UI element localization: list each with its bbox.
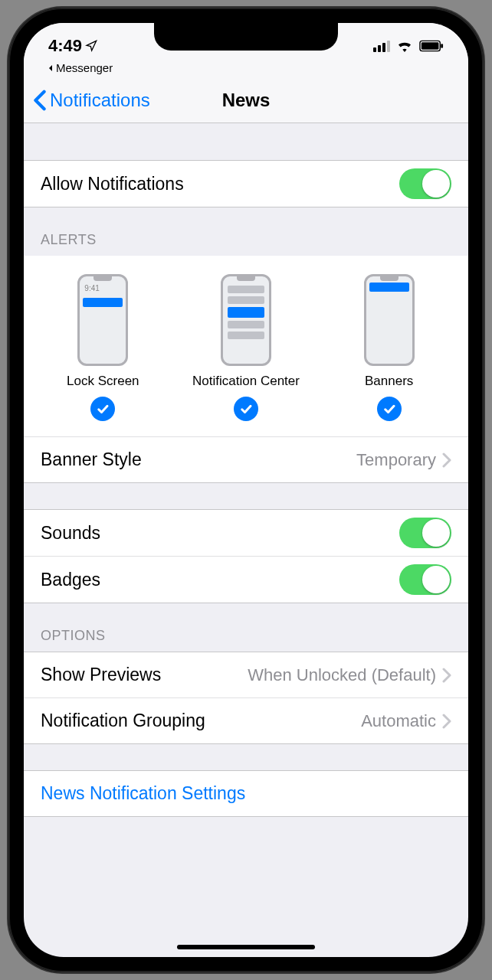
show-previews-value: When Unlocked (Default) <box>161 665 442 685</box>
show-previews-row[interactable]: Show Previews When Unlocked (Default) <box>24 652 468 697</box>
banner-preview-icon <box>364 274 415 366</box>
alerts-group: 9:41 Lock Screen Notification Center <box>24 256 468 483</box>
allow-notifications-toggle[interactable] <box>399 168 451 199</box>
notification-center-preview-icon <box>221 274 271 366</box>
back-button[interactable]: Notifications <box>33 90 150 111</box>
banners-label: Banners <box>365 374 413 389</box>
options-group: Show Previews When Unlocked (Default) No… <box>24 652 468 744</box>
svg-rect-1 <box>421 42 439 49</box>
sounds-row: Sounds <box>24 509 468 556</box>
allow-label: Allow Notifications <box>41 174 184 194</box>
device-notch <box>154 23 338 51</box>
alerts-header: Alerts <box>24 207 468 256</box>
sounds-badges-group: Sounds Badges <box>24 509 468 603</box>
location-icon <box>85 40 97 52</box>
chevron-left-icon <box>33 90 47 111</box>
back-label: Notifications <box>50 90 150 111</box>
banner-style-label: Banner Style <box>41 449 142 470</box>
notification-grouping-row[interactable]: Notification Grouping Automatic <box>24 697 468 743</box>
allow-group: Allow Notifications <box>24 160 468 207</box>
grouping-label: Notification Grouping <box>41 710 205 731</box>
alert-option-notification-center[interactable]: Notification Center <box>175 274 318 421</box>
battery-icon <box>419 40 444 52</box>
banners-check-icon <box>377 397 402 421</box>
badges-label: Badges <box>41 570 100 590</box>
clock-text: 4:49 <box>48 36 82 56</box>
chevron-right-icon <box>442 452 451 468</box>
lock-screen-label: Lock Screen <box>67 374 139 389</box>
lock-preview-time: 9:41 <box>84 284 99 292</box>
footer-link-label: News Notification Settings <box>41 783 245 804</box>
lock-screen-preview-icon: 9:41 <box>77 274 128 366</box>
status-time: 4:49 <box>48 36 97 56</box>
home-indicator[interactable] <box>177 945 315 949</box>
screen: 4:49 Messenger Notifications News <box>24 23 468 957</box>
lock-screen-check-icon <box>90 397 115 421</box>
svg-rect-2 <box>441 44 443 48</box>
badges-row: Badges <box>24 556 468 603</box>
badges-toggle[interactable] <box>399 564 451 595</box>
notification-center-label: Notification Center <box>192 374 300 389</box>
alerts-preview-row: 9:41 Lock Screen Notification Center <box>24 256 468 436</box>
sounds-toggle[interactable] <box>399 518 451 548</box>
wifi-icon <box>396 40 413 52</box>
chevron-right-icon <box>442 668 451 683</box>
breadcrumb-app-name: Messenger <box>56 61 113 74</box>
allow-notifications-row: Allow Notifications <box>24 160 468 207</box>
chevron-right-icon <box>442 714 451 729</box>
phone-frame: 4:49 Messenger Notifications News <box>8 8 484 972</box>
status-icons <box>373 40 444 52</box>
sounds-label: Sounds <box>41 523 100 544</box>
cellular-icon <box>373 41 390 52</box>
banner-style-row[interactable]: Banner Style Temporary <box>24 436 468 482</box>
grouping-value: Automatic <box>205 711 442 731</box>
breadcrumb-back-to-app[interactable]: Messenger <box>24 61 468 77</box>
show-previews-label: Show Previews <box>41 665 161 685</box>
footer-group: News Notification Settings <box>24 770 468 817</box>
nav-bar: Notifications News <box>24 77 468 123</box>
banner-style-value: Temporary <box>142 450 442 470</box>
options-header: Options <box>24 603 468 652</box>
alert-option-lock-screen[interactable]: 9:41 Lock Screen <box>31 274 175 421</box>
caret-left-icon <box>47 64 54 72</box>
notification-center-check-icon <box>234 397 258 421</box>
alert-option-banners[interactable]: Banners <box>317 274 461 421</box>
news-notification-settings-link[interactable]: News Notification Settings <box>24 770 468 816</box>
